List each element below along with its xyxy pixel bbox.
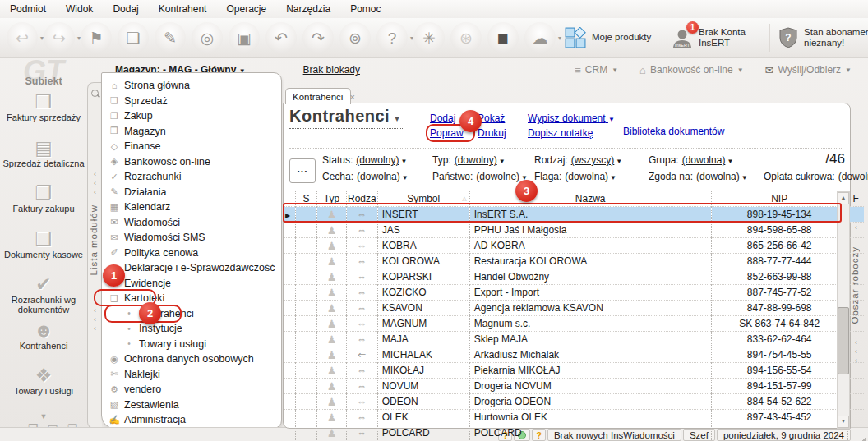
menu-item[interactable]: Operacje — [216, 1, 276, 17]
deklaracje[interactable]: ◆ Deklaracje i e-Sprawozdawczość — [102, 260, 281, 276]
wiadomosci-sms[interactable]: ✉ Wiadomości SMS — [102, 230, 281, 246]
redo-icon[interactable]: ↷ — [302, 22, 334, 53]
table-row[interactable]: ▶ ♟ ⇐ MICHALAK Arkadiusz Michalak 894-75… — [284, 347, 864, 363]
administracja[interactable]: ✍ Administracja — [102, 412, 281, 428]
pokaz-link[interactable]: Pokaż — [478, 113, 506, 124]
sprzedaz-detaliczna[interactable]: ▤ Sprzedaż detaliczna — [0, 138, 87, 184]
menu-item[interactable]: Kontrahent — [149, 1, 217, 17]
cloud-archive-icon[interactable]: ☁ — [524, 22, 556, 53]
edit-pen-icon[interactable]: ✎ — [155, 22, 186, 53]
tab-kontrahenci[interactable]: Kontrahenci × — [285, 88, 351, 104]
menu-item[interactable]: Widok — [56, 1, 103, 17]
online-globe-icon[interactable]: ⊛ — [450, 22, 482, 53]
magazyn[interactable]: ❒ Magazyn — [102, 124, 281, 140]
kontrahenci[interactable]: ☻ Kontrahenci — [0, 320, 87, 366]
blokada-link[interactable]: Brak blokady — [303, 64, 360, 76]
my-products-button[interactable]: Moje produkty — [565, 27, 654, 48]
table-row[interactable]: ▶ ♟ ⇔ OLEK Hurtownia OLEK 897-43-45-452 — [284, 410, 864, 425]
filter-value-dropdown[interactable]: (dowolny) — [455, 154, 497, 166]
scroll-up-button[interactable]: ▲ — [838, 192, 849, 204]
ochrona-danych-osobowych[interactable]: ◉ Ochrona danych osobowych — [102, 351, 281, 367]
filter-value-dropdown[interactable]: (wszyscy) — [571, 154, 615, 166]
table-scrollbar[interactable]: ▲ ▼ — [837, 191, 850, 429]
menu-item[interactable]: Dodaj — [103, 1, 148, 17]
zakup[interactable]: ❐ Zakup — [102, 108, 281, 124]
close-icon[interactable]: × — [349, 92, 354, 102]
rozrachunki[interactable]: ✓ Rozrachunki — [102, 169, 281, 185]
naklejki[interactable]: ✄ Naklejki — [102, 367, 281, 383]
polityka-cenowa[interactable]: ✐ Polityka cenowa — [102, 246, 281, 261]
send-receive-menu[interactable]: ✉ Wyślij/Odbierz ▼ — [765, 64, 852, 76]
vendero[interactable]: ⚙ vendero — [102, 382, 281, 397]
dodaj-link[interactable]: Dodaj — [430, 113, 464, 124]
table-row[interactable]: ▶ ♟ ⇔ NOVUM Drogeria NOVUM 894-151-57-99 — [284, 379, 864, 394]
more-modules-button[interactable]: ▼ — [0, 412, 87, 420]
rozrachunki-wg-dokumentow[interactable]: ✔ Rozrachunki wg dokumentów — [0, 274, 87, 320]
crm-menu[interactable]: ≡ CRM ▼ — [575, 64, 618, 76]
finanse[interactable]: ◇ Finanse — [102, 139, 281, 154]
pin-flag-icon[interactable]: ⚑ — [81, 22, 112, 53]
header-nip[interactable]: NIP — [711, 191, 847, 207]
table-row[interactable]: ▶ ♟ ⇔ ODEON Drogeria ODEON 884-54-52-622 — [284, 394, 864, 410]
header-rodzaj[interactable]: Rodza — [347, 191, 378, 207]
scrollbar-thumb[interactable] — [838, 307, 849, 374]
table-row[interactable]: ▶ ♟ ⇔ KOPARSKI Handel Obwoźny 852-663-99… — [284, 269, 864, 285]
header-f[interactable]: F — [847, 191, 864, 207]
filter-value-dropdown[interactable]: (dowolna) — [682, 154, 726, 166]
insert-account-button[interactable]: InsERT 1 Brak Konta InsERT — [672, 27, 761, 48]
subscription-status-button[interactable]: ? Stan abonamentu nieznany! — [778, 27, 868, 48]
filter-more-button[interactable]: ... — [289, 158, 316, 183]
menu-item[interactable]: Pomoc — [340, 1, 390, 17]
sprzedaz[interactable]: ❏ Sprzedaż — [102, 94, 281, 109]
modules-strip[interactable]: ‹‹‹ Lista modułów ‹‹‹ — [87, 82, 102, 429]
find-icon[interactable]: ◎ — [192, 22, 223, 53]
page-title[interactable]: Kontrahenci ▾ — [289, 107, 403, 129]
drukuj-link[interactable]: Drukuj — [478, 127, 506, 139]
table-row[interactable]: ▶ ♟ ⇔ KOLOROWA Restauracja KOLOROWA 888-… — [284, 254, 864, 269]
filter-value-dropdown[interactable]: (dowolne) — [476, 171, 519, 182]
scroll-down-button[interactable]: ▼ — [838, 416, 849, 428]
header-typ[interactable]: Typ — [317, 191, 347, 207]
faktury-sprzedazy[interactable]: ❒ Faktury sprzedaży — [0, 92, 87, 138]
undo-icon[interactable]: ↶ — [265, 22, 297, 53]
header-symbol[interactable]: Symbol△ — [377, 191, 469, 207]
kartoteki[interactable]: ❑ Kartoteki — [102, 291, 281, 306]
instytucje[interactable]: • Instytucje — [102, 321, 281, 337]
towary-i-uslugi[interactable]: • Towary i usługi — [102, 337, 281, 352]
table-row[interactable]: ▶ ♟ ⇔ KOZICKO Export - Import 887-745-77… — [284, 285, 864, 301]
cube-icon[interactable]: ■ — [487, 22, 519, 53]
banking-menu[interactable]: ⌂ Bankowość on-line ▼ — [639, 64, 744, 76]
table-row[interactable]: ▶ ♟ ⇔ KSAVON Agencja reklamowa KSAVON 84… — [284, 301, 864, 316]
help-icon[interactable]: ? — [376, 22, 408, 53]
strona-glowna[interactable]: ⌂ Strona główna — [102, 78, 281, 94]
header-s[interactable]: S — [296, 191, 317, 207]
table-row[interactable]: ▶ ♟ ⇔ MAJA Sklep MAJA 833-62-62-464 — [284, 332, 864, 347]
nav-back-icon[interactable]: ↩ — [7, 22, 38, 53]
dzialania[interactable]: ✎ Działania — [102, 185, 281, 200]
remote-help-icon[interactable]: ⊚ — [339, 22, 371, 53]
faktury-zakupu[interactable]: ❐ Faktury zakupu — [0, 183, 87, 229]
nav-forward-icon[interactable]: ↪ — [44, 22, 75, 53]
table-row[interactable]: ▶ ♟ ⇔ POLCARD POLCARD — [284, 425, 864, 441]
kalendarz[interactable]: ▦ Kalendarz — [102, 200, 281, 215]
kontrahenci[interactable]: • Kontrahenci — [102, 306, 281, 322]
table-row[interactable]: ▶ ♟ ⇔ JAS PPHU Jaś i Małgosia 894-598-65… — [284, 223, 864, 238]
table-row[interactable]: ▶ ♟ ⇔ INSERT InsERT S.A. 898-19-45-134 — [284, 207, 864, 223]
towary-i-uslugi[interactable]: ❖ Towary i usługi — [0, 365, 87, 411]
table-row[interactable]: ▶ ♟ ⇔ MIKOŁAJ Piekarnia MIKOŁAJ 894-156-… — [284, 363, 864, 379]
dopisz-notatke-link[interactable]: Dopisz notatkę — [528, 127, 615, 139]
filter-value-dropdown[interactable]: (dowolna) — [565, 171, 608, 182]
wiadomosci[interactable]: ✉ Wiadomości — [102, 215, 281, 231]
wypisz-dokument-link[interactable]: Wypisz dokument ▼ — [528, 113, 615, 124]
bankowosc-on-line[interactable]: ◈ Bankowość on-line — [102, 154, 281, 170]
popraw-link[interactable]: Popraw — [430, 127, 464, 139]
table-row[interactable]: ▶ ♟ ⇔ MAGNUM Magnum s.c. SK 863-74-64-84… — [284, 316, 864, 332]
dokumenty-kasowe[interactable]: ❑ Dokumenty kasowe — [0, 229, 87, 275]
biblioteka-dokumentow-link[interactable]: Biblioteka dokumentów — [623, 126, 724, 137]
menu-item[interactable]: Podmiot — [0, 1, 56, 17]
filter-value-dropdown[interactable]: (dowolna) — [357, 171, 400, 182]
menu-item[interactable]: Narzędzia — [276, 1, 340, 17]
table-row[interactable]: ▶ ♟ ⇔ KOBRA AD KOBRA 865-256-66-42 — [284, 238, 864, 254]
sync-spinner-icon[interactable]: ✳ — [413, 22, 445, 53]
filter-value-dropdown[interactable]: (dowolna) — [696, 171, 740, 182]
